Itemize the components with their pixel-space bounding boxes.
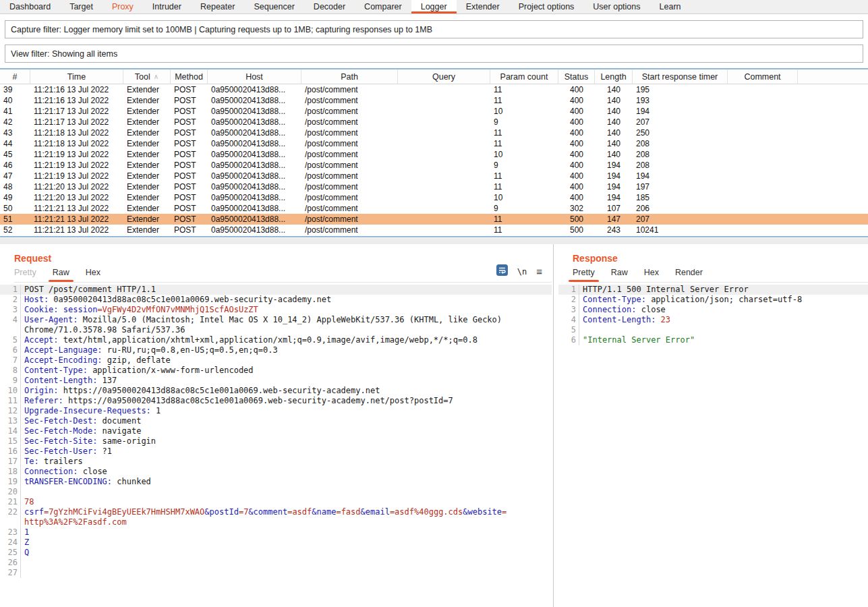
cell-start_response_timer: 193	[633, 95, 728, 106]
log-row-39[interactable]: 3911:21:16 13 Jul 2022ExtenderPOST0a9500…	[0, 84, 868, 95]
line-number: 1	[558, 285, 576, 295]
response-tab-render[interactable]: Render	[675, 268, 703, 282]
column-header-method[interactable]: Method	[171, 69, 208, 84]
cell-start_response_timer: 194	[633, 171, 728, 181]
line-number-divider	[20, 568, 24, 578]
cell-path: /post/comment	[301, 214, 398, 225]
response-tab-raw[interactable]: Raw	[611, 268, 628, 282]
newline-icon[interactable]: \n	[517, 267, 527, 277]
log-row-51[interactable]: 5111:21:21 13 Jul 2022ExtenderPOST0a9500…	[0, 214, 868, 225]
cell-path: /post/comment	[301, 203, 398, 214]
view-filter-text: View filter: Showing all items	[11, 49, 117, 59]
main-tab-extender[interactable]: Extender	[457, 0, 509, 13]
log-row-44[interactable]: 4411:21:18 13 Jul 2022ExtenderPOST0a9500…	[0, 138, 868, 149]
editor-menu-icon[interactable]: ≡	[536, 266, 542, 277]
cell-host: 0a9500020413d88...	[208, 214, 301, 225]
log-row-46[interactable]: 4611:21:19 13 Jul 2022ExtenderPOST0a9500…	[0, 160, 868, 171]
response-editor[interactable]: 1HTTP/1.1 500 Internal Server Error2Cont…	[558, 285, 868, 607]
word-wrap-icon[interactable]	[496, 264, 508, 279]
view-filter-bar[interactable]: View filter: Showing all items	[5, 45, 863, 63]
column-header-tool[interactable]: Tool∧	[123, 69, 171, 84]
line-number-divider	[579, 325, 583, 335]
column-header-host[interactable]: Host	[208, 69, 301, 84]
column-header-query[interactable]: Query	[398, 69, 490, 84]
logger-table: #TimeTool∧MethodHostPathQueryParam count…	[0, 68, 868, 237]
line-number: 4	[0, 315, 18, 325]
column-header-length[interactable]: Length	[595, 69, 633, 84]
capture-filter-bar[interactable]: Capture filter: Logger memory limit set …	[5, 20, 863, 38]
cell-query	[398, 138, 490, 149]
line-number: 6	[558, 335, 576, 345]
request-tab-hex[interactable]: Hex	[86, 268, 100, 282]
log-row-50[interactable]: 5011:21:21 13 Jul 2022ExtenderPOST0a9500…	[0, 203, 868, 214]
log-row-42[interactable]: 4211:21:17 13 Jul 2022ExtenderPOST0a9500…	[0, 117, 868, 127]
editor-line: 19tRANSFER-ENCODING: chunked	[0, 477, 552, 487]
cell-time: 11:21:16 13 Jul 2022	[30, 95, 123, 106]
main-tab-repeater[interactable]: Repeater	[191, 0, 244, 13]
log-row-47[interactable]: 4711:21:19 13 Jul 2022ExtenderPOST0a9500…	[0, 171, 868, 181]
line-number: 14	[0, 426, 18, 436]
line-number: 3	[558, 305, 576, 315]
cell-host: 0a9500020413d88...	[208, 160, 301, 171]
main-tab-intruder[interactable]: Intruder	[143, 0, 191, 13]
panel-divider[interactable]	[553, 244, 554, 607]
cell-start_response_timer: 208	[633, 160, 728, 171]
cell-method: POST	[171, 235, 208, 237]
log-row-53[interactable]: 5311:21:22 13 Jul 2022ExtenderPOST0a9500…	[0, 235, 868, 237]
column-header--[interactable]: #	[0, 69, 30, 84]
cell-status: 400	[558, 181, 595, 192]
main-tab-proxy[interactable]: Proxy	[103, 0, 143, 13]
cell-method: POST	[171, 160, 208, 171]
cell-query	[398, 181, 490, 192]
line-number: 21	[0, 497, 18, 507]
request-tab-raw[interactable]: Raw	[53, 268, 69, 282]
cell-status: 400	[558, 160, 595, 171]
cell-length: 140	[595, 149, 633, 160]
cell-time: 11:21:17 13 Jul 2022	[30, 106, 123, 117]
main-tab-target[interactable]: Target	[60, 0, 103, 13]
main-tab-dashboard[interactable]: Dashboard	[0, 0, 60, 13]
main-tab-project-options[interactable]: Project options	[509, 0, 584, 13]
sort-asc-icon: ∧	[154, 73, 158, 80]
main-tab-user-options[interactable]: User options	[583, 0, 649, 13]
log-row-52[interactable]: 5211:21:21 13 Jul 2022ExtenderPOST0a9500…	[0, 225, 868, 235]
column-header-path[interactable]: Path	[301, 69, 398, 84]
cell-param_count: 11	[490, 235, 558, 237]
response-tab-pretty[interactable]: Pretty	[573, 268, 595, 282]
editor-line: 4User-Agent: Mozilla/5.0 (Macintosh; Int…	[0, 315, 552, 325]
log-row-49[interactable]: 4911:21:20 13 Jul 2022ExtenderPOST0a9500…	[0, 192, 868, 203]
log-row-41[interactable]: 4111:21:17 13 Jul 2022ExtenderPOST0a9500…	[0, 106, 868, 117]
main-tab-decoder[interactable]: Decoder	[304, 0, 355, 13]
cell-path: /post/comment	[301, 225, 398, 235]
request-tab-pretty[interactable]: Pretty	[14, 268, 36, 282]
cell-host: 0a9500020413d88...	[208, 127, 301, 138]
horizontal-splitter[interactable]	[0, 238, 868, 244]
log-row-43[interactable]: 4311:21:18 13 Jul 2022ExtenderPOST0a9500…	[0, 127, 868, 138]
line-content: Content-Length: 137	[24, 376, 117, 386]
cell-tool: Extender	[123, 214, 171, 225]
editor-line: http%3A%2F%2Fasdf.com	[0, 517, 552, 527]
column-header-start-response-timer[interactable]: Start response timer	[633, 69, 728, 84]
main-tab-learn[interactable]: Learn	[650, 0, 691, 13]
column-header-param-count[interactable]: Param count	[490, 69, 558, 84]
column-header-time[interactable]: Time	[30, 69, 123, 84]
main-tab-comparer[interactable]: Comparer	[355, 0, 411, 13]
cell-host: 0a9500020413d88...	[208, 171, 301, 181]
line-content: "Internal Server Error"	[583, 335, 695, 345]
line-number: 2	[0, 295, 18, 305]
column-header-status[interactable]: Status	[558, 69, 595, 84]
log-row-40[interactable]: 4011:21:16 13 Jul 2022ExtenderPOST0a9500…	[0, 95, 868, 106]
request-tab-row: PrettyRawHex \n ≡	[14, 264, 552, 283]
cell-status: 400	[558, 171, 595, 181]
request-editor[interactable]: 1POST /post/comment HTTP/1.12Host: 0a950…	[0, 285, 552, 607]
cell-query	[398, 214, 490, 225]
cell-comment	[728, 171, 798, 181]
response-tab-hex[interactable]: Hex	[644, 268, 659, 282]
main-tab-logger[interactable]: Logger	[411, 0, 457, 13]
cell-comment	[728, 127, 798, 138]
log-row-45[interactable]: 4511:21:19 13 Jul 2022ExtenderPOST0a9500…	[0, 149, 868, 160]
main-tab-sequencer[interactable]: Sequencer	[244, 0, 303, 13]
cell-comment	[728, 84, 798, 95]
column-header-comment[interactable]: Comment	[728, 69, 798, 84]
log-row-48[interactable]: 4811:21:20 13 Jul 2022ExtenderPOST0a9500…	[0, 181, 868, 192]
